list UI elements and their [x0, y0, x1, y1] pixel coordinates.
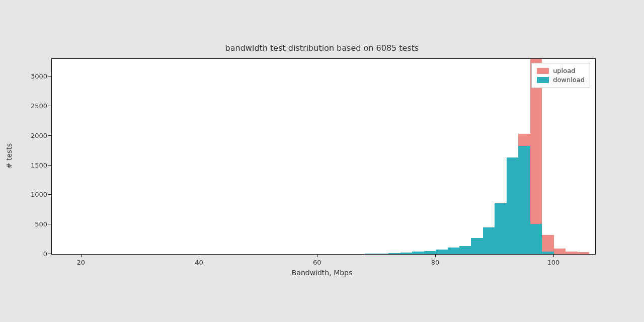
y-tick-label: 0	[17, 250, 47, 258]
x-tick-label: 40	[189, 259, 209, 266]
legend-entry-download: download	[537, 75, 585, 85]
bar-download	[483, 227, 495, 254]
x-tick-label: 20	[71, 259, 91, 266]
y-tick-mark	[48, 194, 51, 195]
y-tick-label: 3000	[17, 72, 47, 80]
y-tick-label: 1000	[17, 191, 47, 198]
bars-layer	[52, 59, 595, 254]
x-tick-mark	[81, 254, 82, 257]
plot-area: upload download	[51, 58, 596, 255]
legend-label-download: download	[553, 75, 585, 85]
x-tick-label: 60	[307, 259, 327, 266]
legend-label-upload: upload	[553, 66, 575, 75]
bar-upload	[566, 252, 577, 254]
legend-entry-upload: upload	[537, 66, 585, 75]
bar-download	[530, 224, 542, 254]
bar-upload	[578, 252, 589, 254]
bar-download	[495, 203, 506, 254]
x-tick-mark	[199, 254, 199, 257]
y-tick-mark	[48, 224, 51, 224]
y-tick-mark	[48, 254, 51, 254]
y-tick-mark	[48, 76, 51, 76]
bar-download	[365, 254, 376, 254]
bar-download	[436, 250, 447, 254]
chart-title: bandwidth test distribution based on 608…	[0, 43, 644, 53]
x-axis-label: Bandwidth, Mbps	[0, 269, 644, 277]
bar-download	[412, 252, 424, 254]
legend-swatch-upload	[537, 68, 549, 74]
figure-canvas: bandwidth test distribution based on 608…	[0, 0, 644, 322]
bar-download	[400, 253, 412, 254]
legend: upload download	[531, 63, 590, 88]
bar-download	[424, 251, 436, 254]
bar-download	[471, 238, 482, 254]
bar-download	[448, 248, 459, 254]
bar-download	[377, 254, 388, 254]
legend-swatch-download	[537, 77, 549, 83]
bar-download	[518, 146, 530, 254]
y-tick-mark	[48, 165, 51, 166]
y-tick-label: 1500	[17, 161, 47, 169]
y-tick-label: 2500	[17, 102, 47, 110]
y-tick-mark	[48, 106, 51, 106]
x-tick-mark	[435, 254, 436, 257]
bar-download	[459, 246, 471, 254]
x-tick-mark	[553, 254, 554, 257]
bar-download	[507, 157, 518, 254]
y-tick-mark	[48, 135, 51, 136]
x-tick-mark	[317, 254, 317, 257]
x-tick-label: 100	[543, 259, 564, 266]
y-tick-label: 500	[17, 220, 47, 228]
y-tick-label: 2000	[17, 131, 47, 139]
bar-download	[542, 252, 553, 254]
x-tick-label: 80	[425, 259, 445, 266]
bar-upload	[554, 249, 566, 254]
bar-download	[388, 253, 400, 254]
